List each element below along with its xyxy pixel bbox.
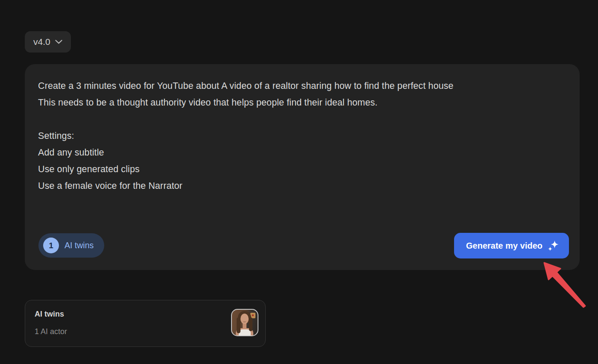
generate-button-label: Generate my video [466,241,542,251]
ai-video-generator-screen: v4.0 Create a 3 minutes video for YouTub… [0,0,598,364]
version-label: v4.0 [33,37,50,47]
prompt-text[interactable]: Create a 3 minutes video for YouTube abo… [38,78,554,194]
ai-actor-avatar [231,309,258,336]
prompt-line: Add any subtitle [38,144,554,161]
prompt-card: Create a 3 minutes video for YouTube abo… [25,64,580,270]
ai-twins-count-badge: 1 [43,238,59,253]
prompt-line: Create a 3 minutes video for YouTube abo… [38,78,554,94]
ai-twins-resource-card[interactable]: AI twins 1 AI actor [25,300,266,347]
prompt-line: Settings: [38,128,554,144]
avatar-hair-left [237,317,240,333]
generate-video-button[interactable]: Generate my video [454,233,569,258]
ai-twins-chip[interactable]: 1 AI twins [38,233,104,258]
sparkles-icon [548,240,559,252]
prompt-line: Use a female voice for the Narrator [38,178,554,194]
avatar-hair-right [249,317,252,331]
prompt-line: Use only generated clips [38,161,554,178]
resource-card-title: AI twins [35,310,64,319]
resource-card-subtitle: 1 AI actor [35,327,67,336]
version-selector[interactable]: v4.0 [25,31,71,53]
ai-twins-chip-label: AI twins [64,241,94,250]
avatar-face [240,314,249,324]
prompt-line: This needs to be a thought authority vid… [38,94,554,111]
chevron-down-icon [55,40,62,44]
prompt-line [38,111,554,128]
